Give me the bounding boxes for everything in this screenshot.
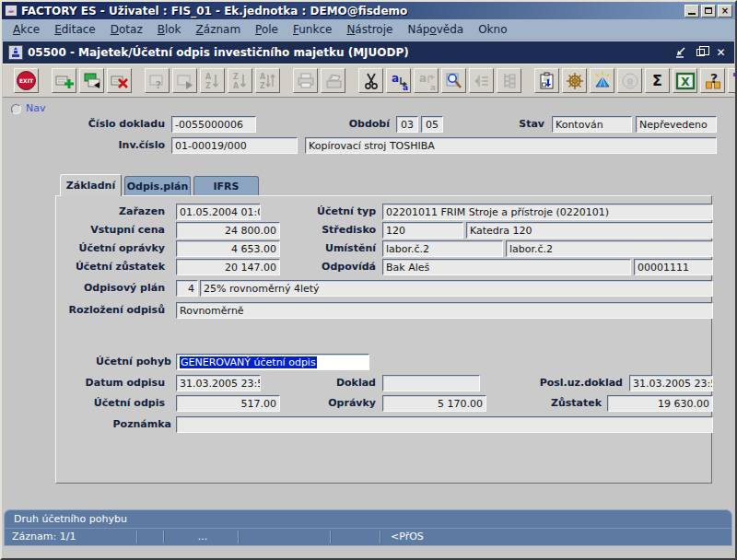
gem-button[interactable] bbox=[590, 68, 614, 93]
umisteni-name-field[interactable]: labor.č.2 bbox=[506, 240, 713, 257]
menu-item-zaznam[interactable]: Záznam bbox=[189, 21, 249, 38]
svg-text:A: A bbox=[259, 73, 265, 81]
stav-field-1[interactable]: Kontován bbox=[552, 116, 632, 133]
menu-item-napoveda[interactable]: Nápověda bbox=[400, 21, 471, 38]
enter-query-button: ? bbox=[145, 68, 170, 93]
inv-cislo-field[interactable]: 01-00019/000 bbox=[171, 137, 298, 154]
ucetni-zustatek-field[interactable]: 20 147.00 bbox=[176, 259, 280, 275]
tab-ifrs[interactable]: IFRS bbox=[193, 176, 259, 195]
mdi-restore-button[interactable] bbox=[693, 46, 708, 60]
print-pages-icon bbox=[323, 71, 344, 91]
zarazen-field[interactable]: 01.05.2004 01:00: bbox=[176, 204, 261, 220]
help-button[interactable]: ? bbox=[728, 68, 737, 93]
print-button bbox=[293, 68, 318, 93]
odpovida-code-field[interactable]: 00001111 bbox=[634, 259, 713, 275]
disc-icon: EIS bbox=[620, 71, 640, 91]
opravky-label: Oprávky bbox=[275, 395, 376, 412]
status-separator bbox=[163, 531, 164, 543]
posl-uz-doklad-label: Posl.uz.doklad bbox=[519, 375, 623, 391]
tree-view-button bbox=[497, 68, 521, 93]
menu-item-okno[interactable]: Okno bbox=[471, 21, 514, 38]
menu-item-blok[interactable]: Blok bbox=[150, 21, 189, 38]
nav-toggle[interactable] bbox=[11, 104, 21, 114]
status-bar: Záznam: 1/1 ... <PřOS bbox=[4, 528, 732, 546]
enter-query-icon: ? bbox=[147, 71, 168, 91]
paste-button[interactable]: aa bbox=[386, 68, 411, 93]
status-mode: <PřOS bbox=[391, 529, 424, 545]
datum-odpisu-label: Datum odpisu bbox=[19, 375, 165, 391]
odpovida-name-field[interactable]: Bak Aleš bbox=[382, 259, 631, 275]
odpisovy-plan-name-field[interactable]: 25% rovnoměrný 4letý bbox=[200, 280, 713, 297]
mdi-restore-icon bbox=[696, 49, 705, 56]
cislo-dokladu-field[interactable]: -0055000006 bbox=[171, 116, 256, 133]
disc-button: EIS bbox=[617, 68, 642, 93]
umisteni-code-field[interactable]: labor.č.2 bbox=[382, 240, 503, 257]
menu-bar: AkceEditaceDotazBlokZáznamPoleFunkceNást… bbox=[2, 19, 735, 41]
stav-label: Stav bbox=[491, 116, 544, 133]
sum-button[interactable]: Σ bbox=[645, 68, 670, 93]
exit-button[interactable]: EXIT bbox=[14, 68, 39, 93]
ucetni-typ-field[interactable]: 02201011 FRIM Stroje a přístroje (022010… bbox=[382, 204, 713, 220]
vstupni-cena-field[interactable]: 24 800.00 bbox=[176, 222, 280, 239]
zustatek-field[interactable]: 19 630.00 bbox=[607, 395, 713, 412]
rozlozeni-odpisu-field[interactable]: Rovnoměrně bbox=[176, 302, 713, 319]
opravky-field[interactable]: 5 170.00 bbox=[382, 395, 486, 412]
stredisko-name-field[interactable]: Katedra 120 bbox=[466, 222, 713, 239]
menu-item-akce[interactable]: Akce bbox=[6, 21, 47, 38]
umisteni-label: Umístění bbox=[275, 240, 376, 257]
status-dots: ... bbox=[170, 529, 235, 545]
maximize-button[interactable] bbox=[701, 5, 716, 18]
menu-item-dotaz[interactable]: Dotaz bbox=[103, 21, 150, 38]
svg-text:a: a bbox=[429, 83, 435, 91]
close-button[interactable]: × bbox=[718, 5, 732, 18]
inv-nazev-field[interactable]: Kopírovací stroj TOSHIBA bbox=[305, 137, 717, 154]
doklad-field[interactable] bbox=[382, 375, 480, 391]
duplicate-record-button[interactable] bbox=[79, 68, 104, 93]
mdi-close-button[interactable]: ✕ bbox=[713, 46, 729, 60]
insert-record-button[interactable] bbox=[52, 68, 76, 93]
svg-text:EIS: EIS bbox=[626, 83, 633, 88]
navigator-wheel-button[interactable] bbox=[562, 68, 587, 93]
odpisovy-plan-code-field[interactable]: 4 bbox=[176, 280, 198, 297]
svg-text:X: X bbox=[681, 76, 690, 88]
posl-uz-doklad-field[interactable]: 31.03.2005 23:59: bbox=[629, 375, 713, 391]
menu-item-editace[interactable]: Editace bbox=[47, 21, 103, 38]
svg-text:?: ? bbox=[709, 71, 717, 86]
ucetni-odpis-field[interactable]: 517.00 bbox=[176, 395, 280, 412]
help-keys-icon: ? bbox=[703, 71, 723, 91]
menu-item-pole[interactable]: Pole bbox=[248, 21, 286, 38]
tab-odpis-plan[interactable]: Odpis.plán bbox=[124, 176, 191, 195]
navigator-wheel-icon bbox=[565, 71, 585, 91]
nav-label: Nav bbox=[26, 102, 45, 114]
cut-button[interactable] bbox=[358, 68, 383, 93]
status-separator bbox=[136, 531, 137, 543]
menu-item-funkce[interactable]: Funkce bbox=[286, 21, 339, 38]
ucetni-opravky-field[interactable]: 4 653.00 bbox=[176, 240, 280, 257]
sum-icon: Σ bbox=[652, 74, 662, 88]
excel-export-button[interactable]: X bbox=[673, 68, 697, 93]
svg-text:Z: Z bbox=[260, 82, 265, 90]
clipboard-import-button[interactable] bbox=[534, 68, 559, 93]
menu-item-nastroje[interactable]: Nástroje bbox=[339, 21, 400, 38]
delete-record-button[interactable] bbox=[107, 68, 132, 93]
clipboard-import-icon bbox=[537, 71, 557, 91]
ucetni-pohyb-field[interactable]: GENEROVANÝ účetní odpis bbox=[176, 354, 369, 370]
sort-multi-button: AZ bbox=[255, 68, 280, 93]
obdobi-month-field[interactable]: 03 bbox=[396, 116, 418, 133]
minimize-button[interactable] bbox=[684, 5, 699, 18]
obdobi-year-field[interactable]: 05 bbox=[421, 116, 443, 133]
help-keys-button[interactable]: ? bbox=[700, 68, 725, 93]
insert-record-icon bbox=[54, 71, 75, 91]
search-button[interactable] bbox=[441, 68, 466, 93]
poznamka-field[interactable] bbox=[176, 416, 713, 433]
maximize-icon bbox=[705, 7, 712, 14]
mdi-minimize-button[interactable] bbox=[673, 46, 688, 60]
mdi-title-bar: 05500 - Majetek/Účetní odpis investičníh… bbox=[3, 41, 734, 64]
tab-zakladni[interactable]: Základní bbox=[60, 174, 122, 196]
hint-text: Druh účetního pohybu bbox=[14, 513, 127, 525]
vstupni-cena-label: Vstupní cena bbox=[19, 222, 165, 239]
title-bar: ☕ FACTORY ES - Uživatel : FIS_01 - Ek.je… bbox=[2, 2, 735, 19]
datum-odpisu-field[interactable]: 31.03.2005 23:59: bbox=[176, 375, 261, 391]
stredisko-code-field[interactable]: 120 bbox=[382, 222, 463, 239]
stav-field-2[interactable]: Nepřevedeno bbox=[636, 116, 717, 133]
